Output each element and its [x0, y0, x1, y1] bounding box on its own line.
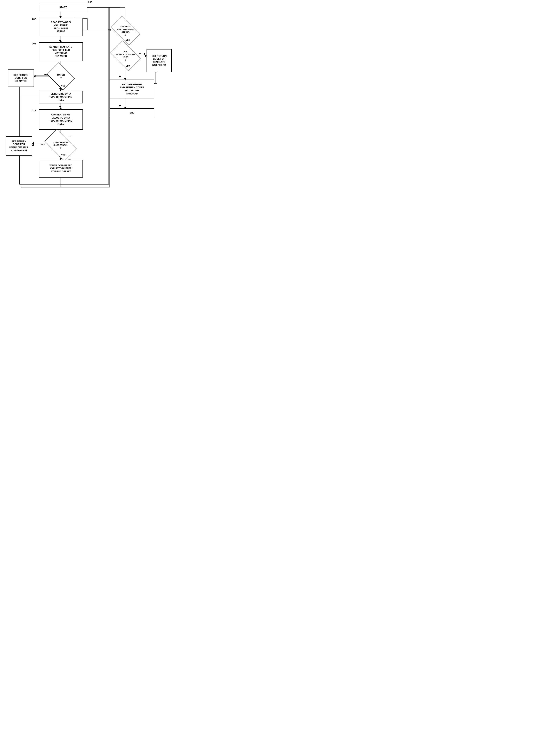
search-template-box: SEARCH TEMPLATEFILE FOR FIELDMATCHINGKEY… — [39, 42, 83, 61]
match-yes-label: YES — [61, 85, 65, 87]
arrows-corrected — [0, 0, 175, 239]
set-not-filled-label: SET RETURNCODE FORTEMPLATENOT FILLED — [152, 55, 167, 67]
set-no-match-label: SET RETURNCODE FORNO MATCH — [13, 74, 28, 83]
match-label: MATCH? — [57, 73, 65, 79]
flowchart-diagram: 200 START 202 READ KEYWORD/VALUE PAIRFRO… — [0, 0, 175, 239]
all-template-yes-label: YES — [126, 65, 130, 67]
read-keyword-label: READ KEYWORD/VALUE PAIRFROM INPUTSTRING — [51, 21, 71, 33]
read-keyword-box: READ KEYWORD/VALUE PAIRFROM INPUTSTRING — [39, 18, 83, 36]
conv-yes-label: YES — [61, 154, 65, 156]
conversion-diamond: CONVERSIONSUCCESSFUL? — [46, 136, 75, 154]
finished-reading-label: FINISHEDREADING INPUTSTRING? — [117, 25, 134, 36]
arrows-layer — [0, 0, 175, 239]
set-no-match-box: SET RETURNCODE FORNO MATCH — [8, 69, 34, 87]
search-template-label: SEARCH TEMPLATEFILE FOR FIELDMATCHINGKEY… — [49, 46, 73, 58]
finished-no-label: NO — [108, 29, 111, 31]
all-template-label: ALLTEMPLATE FIELDSUSED? — [116, 50, 135, 61]
set-unsuccessful-label: SET RETURNCODE FORUNSUCCESSFULCONVERSION — [9, 140, 28, 152]
return-buffer-label: RETURN BUFFERAND RETURN CODESTO CALLINGP… — [120, 83, 144, 95]
write-converted-label: WRITE CONVERTEDVALUE TO BUFFERAT FIELD O… — [49, 164, 72, 173]
all-template-no-label: NO — [139, 52, 142, 55]
determine-data-box: DETERMINE DATATYPE OF MATCHINGFIELD — [39, 91, 83, 104]
write-converted-box: WRITE CONVERTEDVALUE TO BUFFERAT FIELD O… — [39, 160, 83, 177]
match-no-label: NO — [44, 73, 47, 76]
label-204: 204 — [32, 42, 36, 45]
end-box: END — [110, 108, 154, 117]
label-212: 212 — [32, 109, 36, 112]
ref-200: 200 — [88, 1, 92, 4]
start-label: START — [59, 6, 67, 9]
convert-input-box: CONVERT INPUTVALUE TO DATATYPE OF MATCHI… — [39, 109, 83, 130]
determine-data-label: DETERMINE DATATYPE OF MATCHINGFIELD — [49, 93, 72, 102]
set-not-filled-box: SET RETURNCODE FORTEMPLATENOT FILLED — [147, 49, 172, 72]
conv-no-label: NO — [41, 143, 45, 146]
label-202: 202 — [32, 18, 36, 21]
finished-reading-diamond: FINISHEDREADING INPUTSTRING? — [113, 23, 138, 39]
set-unsuccessful-box: SET RETURNCODE FORUNSUCCESSFULCONVERSION — [6, 136, 32, 156]
return-buffer-box: RETURN BUFFERAND RETURN CODESTO CALLINGP… — [110, 80, 154, 99]
end-label: END — [129, 111, 134, 115]
conversion-label: CONVERSIONSUCCESSFUL? — [53, 141, 68, 149]
convert-input-label: CONVERT INPUTVALUE TO DATATYPE OF MATCHI… — [49, 113, 72, 125]
start-box: START — [39, 3, 87, 12]
all-template-diamond: ALLTEMPLATE FIELDSUSED? — [113, 47, 138, 64]
match-diamond: MATCH? — [49, 68, 73, 85]
finished-yes-label: YES — [126, 39, 130, 41]
